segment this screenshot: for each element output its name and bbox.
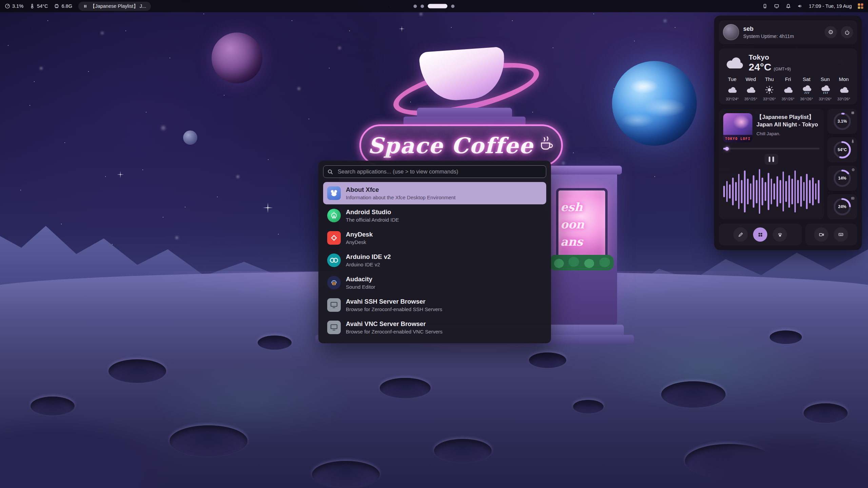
- cloud-icon: [839, 86, 849, 94]
- record-button[interactable]: [814, 227, 828, 242]
- weather-temp: 24°C: [749, 61, 771, 73]
- track-progress-bar[interactable]: [723, 148, 820, 149]
- power-button[interactable]: [841, 26, 853, 38]
- crater: [804, 403, 848, 423]
- app-name: Audacity: [346, 276, 375, 283]
- cloud-icon: [783, 86, 793, 94]
- crater: [434, 439, 492, 463]
- disk-gauge: 24%: [827, 194, 857, 219]
- volume-icon[interactable]: [797, 3, 803, 9]
- neon-sign-text: Space Coffee: [368, 133, 534, 158]
- app-row-android-studio[interactable]: Android Studio The official Android IDE: [323, 204, 546, 227]
- purple-planet: [212, 33, 262, 83]
- coffee-cup-icon: [539, 136, 554, 155]
- system-gauges: 3.1% 54°C 14% ⚙ 24%: [827, 109, 857, 219]
- crater: [312, 461, 380, 488]
- track-progress-knob[interactable]: [725, 147, 729, 150]
- workspace-active-pill[interactable]: [428, 4, 448, 8]
- system-uptime: System Uptime: 4h11m: [743, 34, 794, 39]
- memory-stat: 6.8G: [54, 3, 72, 9]
- app-name: Android Studio: [346, 208, 399, 216]
- edit-button[interactable]: [733, 227, 748, 242]
- disk-icon: [851, 196, 855, 200]
- memory-value: 6.8G: [61, 3, 72, 9]
- cpu-gauge: 3.1%: [827, 109, 857, 134]
- crater: [31, 396, 75, 415]
- workspace-dot[interactable]: [414, 4, 417, 8]
- workspace-dot[interactable]: [421, 4, 424, 8]
- user-name: seb: [743, 25, 794, 33]
- android-studio-icon: [327, 209, 341, 222]
- crater: [661, 381, 726, 408]
- widgets-button[interactable]: [753, 227, 767, 242]
- crater: [170, 425, 248, 456]
- clock[interactable]: 17:09 - Tue, 19 Aug: [809, 3, 852, 9]
- paw-icon: [777, 232, 783, 238]
- xfce-icon: [327, 186, 341, 200]
- temp-value: 54°C: [37, 3, 48, 9]
- pause-button[interactable]: [765, 154, 778, 165]
- workspace-indicator: [414, 4, 455, 8]
- gear-icon: ⚙: [851, 168, 855, 172]
- phone-icon[interactable]: [762, 3, 768, 9]
- forecast-day: Mon 33°/26°: [834, 76, 853, 101]
- app-row-audacity[interactable]: Audacity Sound Editor: [323, 271, 546, 294]
- cpu-stat: 3.1%: [5, 3, 23, 9]
- keyboard-button[interactable]: [834, 227, 848, 242]
- small-moon: [183, 130, 197, 145]
- sparkle-star: [117, 171, 124, 178]
- app-name: Arduino IDE v2: [346, 253, 391, 261]
- video-icon: [818, 232, 824, 238]
- clock-text: 17:09 - Tue, 19 Aug: [809, 3, 852, 9]
- app-description: Arduino IDE v2: [346, 262, 391, 267]
- forecast-day: Sat 36°/26°: [797, 76, 816, 101]
- thermometer-icon: [29, 3, 35, 9]
- crater: [573, 400, 604, 413]
- forecast-day: Sun 33°/26°: [816, 76, 834, 101]
- control-panel: seb System Uptime: 4h11m ⚙ Tokyo 24°C (G…: [714, 16, 862, 250]
- app-description: The official Android IDE: [346, 217, 399, 223]
- app-grid-icon[interactable]: [858, 3, 863, 9]
- pen-icon: [738, 232, 744, 238]
- album-art: TOKYO LOFI: [723, 113, 752, 142]
- temp-stat: 54°C: [29, 3, 48, 9]
- arduino-icon: [327, 253, 341, 267]
- app-row-about-xfce[interactable]: About Xfce Information about the Xfce De…: [323, 182, 546, 204]
- settings-button[interactable]: ⚙: [825, 26, 837, 38]
- crater: [258, 336, 292, 350]
- app-description: Browse for Zeroconf-enabled VNC Servers: [346, 329, 442, 334]
- cloud-icon: [727, 86, 737, 94]
- top-bar: 3.1% 54°C 6.8G 【Japanese Playlist】 J...: [0, 0, 868, 12]
- track-title: 【Japanese Playlist】 Japan All Night - To…: [756, 113, 820, 129]
- forecast-day: Wed 35°/25°: [742, 76, 760, 101]
- app-row-avahi-ssh[interactable]: Avahi SSH Server Browser Browse for Zero…: [323, 294, 546, 316]
- speedometer-icon: [5, 3, 10, 9]
- app-row-arduino[interactable]: Arduino IDE v2 Arduino IDE v2: [323, 249, 546, 271]
- temperature-gauge: 54°C: [827, 137, 857, 162]
- search-input[interactable]: [323, 165, 546, 178]
- cpu-value: 3.1%: [12, 3, 23, 9]
- bell-icon[interactable]: [786, 3, 791, 9]
- user-card: seb System Uptime: 4h11m ⚙: [719, 20, 857, 44]
- app-launcher: About Xfce Information about the Xfce De…: [318, 161, 551, 343]
- album-art-text: TOKYO LOFI: [725, 137, 750, 141]
- crater: [108, 359, 166, 383]
- now-playing-pill[interactable]: 【Japanese Playlist】 J...: [78, 2, 151, 11]
- app-row-anydesk[interactable]: AnyDesk AnyDesk: [323, 227, 546, 249]
- power-icon: [844, 29, 850, 35]
- pets-button[interactable]: [773, 227, 787, 242]
- forecast-day: Thu 33°/26°: [760, 76, 779, 101]
- workspace-dot[interactable]: [451, 4, 455, 8]
- search-icon: [327, 169, 333, 175]
- weather-city: Tokyo: [749, 53, 791, 61]
- anydesk-icon: [327, 231, 341, 245]
- app-row-avahi-vnc[interactable]: Avahi VNC Server Browser Browse for Zero…: [323, 316, 546, 339]
- rain-icon: [802, 85, 812, 95]
- window-sign-text: esh: [560, 199, 605, 216]
- display-icon[interactable]: [774, 3, 780, 9]
- track-subtitle: Chill Japan.: [756, 131, 820, 136]
- crater: [380, 378, 431, 398]
- window-sign-text: ans: [560, 233, 605, 250]
- app-name: AnyDesk: [346, 231, 373, 238]
- crater: [529, 352, 566, 368]
